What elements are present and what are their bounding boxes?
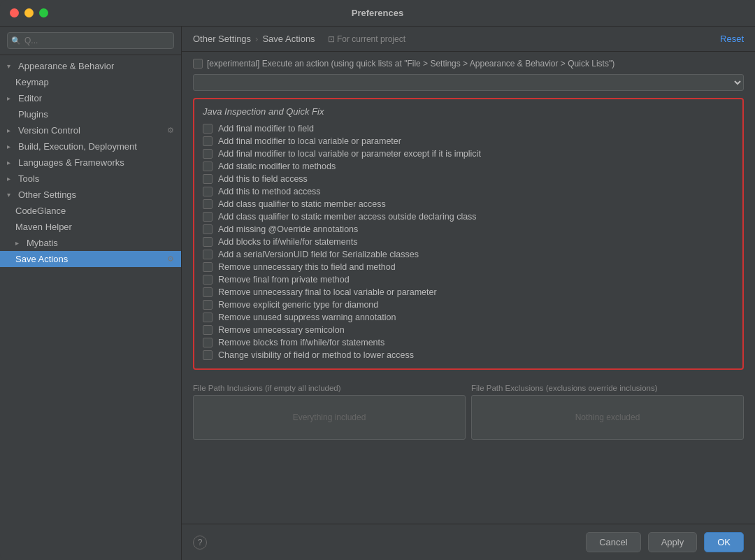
- window-controls: [10, 8, 48, 17]
- inspection-item-8: Add missing @Override annotations: [203, 223, 734, 236]
- maximize-button[interactable]: [39, 8, 48, 17]
- chevron-down-icon: ▾: [7, 191, 15, 199]
- help-button[interactable]: ?: [193, 536, 207, 550]
- item-label-16: Remove unnecessary semicolon: [218, 325, 345, 335]
- item-checkbox-0[interactable]: [203, 124, 213, 134]
- item-checkbox-17[interactable]: [203, 338, 213, 347]
- bottom-right: Cancel Apply OK: [586, 532, 744, 552]
- chevron-right-icon: ▸: [7, 143, 15, 150]
- sidebar-item-mavenhelper[interactable]: Maven Helper: [0, 219, 181, 235]
- close-button[interactable]: [10, 8, 19, 17]
- chevron-right-icon: ▸: [7, 159, 15, 166]
- inspection-item-17: Remove blocks from if/while/for statemen…: [203, 336, 734, 349]
- item-label-17: Remove blocks from if/while/for statemen…: [218, 338, 384, 347]
- item-checkbox-18[interactable]: [203, 350, 213, 360]
- chevron-right-icon: ▸: [7, 127, 15, 134]
- experimental-label: [experimental] Execute an action (using …: [207, 59, 614, 69]
- sidebar-item-plugins[interactable]: Plugins: [0, 106, 181, 122]
- search-wrapper: 🔍: [7, 32, 174, 49]
- item-checkbox-14[interactable]: [203, 300, 213, 310]
- for-project-label: ⊡ For current project: [328, 34, 405, 44]
- item-checkbox-11[interactable]: [203, 262, 213, 272]
- item-label-7: Add class qualifier to static member acc…: [218, 212, 477, 222]
- sidebar-item-label: Build, Execution, Deployment: [18, 141, 174, 152]
- search-box: 🔍: [0, 27, 181, 55]
- inspection-item-3: Add static modifier to methods: [203, 160, 734, 173]
- item-checkbox-12[interactable]: [203, 275, 213, 285]
- file-path-inclusions-col: File Path Inclusions (if empty all inclu…: [193, 384, 466, 440]
- sidebar-item-mybatis[interactable]: ▸ Mybatis: [0, 235, 181, 251]
- inspection-item-2: Add final modifier to local variable or …: [203, 148, 734, 160]
- minimize-button[interactable]: [24, 8, 34, 17]
- bottom-left: ?: [193, 536, 207, 550]
- sidebar-item-label: Other Settings: [18, 189, 174, 200]
- sidebar-item-build[interactable]: ▸ Build, Execution, Deployment: [0, 138, 181, 155]
- file-path-exclusions-label: File Path Exclusions (exclusions overrid…: [471, 384, 744, 392]
- search-input[interactable]: [7, 32, 174, 49]
- panel-body: [experimental] Execute an action (using …: [182, 52, 755, 524]
- window-title: Preferences: [352, 8, 403, 18]
- inspection-item-4: Add this to field access: [203, 173, 734, 185]
- sidebar-item-label: Plugins: [18, 109, 174, 120]
- sidebar-item-vcs[interactable]: ▸ Version Control ⚙: [0, 122, 181, 138]
- item-label-3: Add static modifier to methods: [218, 161, 336, 171]
- item-label-13: Remove unnecessary final to local variab…: [218, 287, 437, 297]
- sidebar-item-label: Mybatis: [27, 238, 174, 248]
- bottom-bar: ? Cancel Apply OK: [182, 524, 755, 560]
- item-checkbox-2[interactable]: [203, 149, 213, 159]
- inspection-item-11: Remove unnecessary this to field and met…: [203, 261, 734, 273]
- reset-button[interactable]: Reset: [720, 34, 744, 44]
- sidebar-item-appearance[interactable]: ▾ Appearance & Behavior: [0, 58, 181, 74]
- sidebar-item-editor[interactable]: ▸ Editor: [0, 90, 181, 106]
- file-path-inclusions-list[interactable]: Everything included: [193, 395, 466, 440]
- breadcrumb-separator: ›: [255, 34, 258, 44]
- cancel-button[interactable]: Cancel: [586, 532, 640, 552]
- experimental-row: [experimental] Execute an action (using …: [193, 59, 744, 69]
- sidebar-item-keymap[interactable]: Keymap: [0, 74, 181, 90]
- item-label-4: Add this to field access: [218, 174, 308, 184]
- apply-button[interactable]: Apply: [648, 532, 698, 552]
- sidebar-item-label: Editor: [18, 93, 174, 103]
- item-checkbox-13[interactable]: [203, 287, 213, 297]
- item-checkbox-6[interactable]: [203, 199, 213, 209]
- breadcrumb-root: Other Settings: [193, 34, 251, 44]
- item-checkbox-4[interactable]: [203, 174, 213, 184]
- item-checkbox-9[interactable]: [203, 237, 213, 247]
- item-checkbox-8[interactable]: [203, 224, 213, 234]
- quick-list-dropdown[interactable]: [193, 74, 744, 91]
- item-label-0: Add final modifier to field: [218, 124, 314, 134]
- file-path-exclusions-list[interactable]: Nothing excluded: [471, 395, 744, 440]
- item-label-12: Remove final from private method: [218, 275, 350, 285]
- item-checkbox-5[interactable]: [203, 187, 213, 196]
- item-checkbox-7[interactable]: [203, 212, 213, 222]
- title-bar: Preferences: [0, 0, 755, 27]
- sidebar-item-other[interactable]: ▾ Other Settings: [0, 187, 181, 203]
- ok-button[interactable]: OK: [704, 532, 744, 552]
- chevron-right-icon: ▸: [7, 175, 15, 182]
- inspection-item-1: Add final modifier to local variable or …: [203, 135, 734, 148]
- item-checkbox-10[interactable]: [203, 250, 213, 259]
- sidebar-item-tools[interactable]: ▸ Tools: [0, 171, 181, 187]
- item-label-5: Add this to method access: [218, 187, 321, 196]
- item-label-9: Add blocks to if/while/for statements: [218, 237, 357, 247]
- item-checkbox-15[interactable]: [203, 313, 213, 322]
- inspection-item-6: Add class qualifier to static member acc…: [203, 198, 734, 210]
- item-checkbox-3[interactable]: [203, 161, 213, 171]
- item-checkbox-16[interactable]: [203, 325, 213, 335]
- sidebar-item-codeglance[interactable]: CodeGlance: [0, 203, 181, 219]
- inspection-item-7: Add class qualifier to static member acc…: [203, 210, 734, 223]
- sidebar-item-label: Keymap: [15, 77, 174, 87]
- sidebar-item-languages[interactable]: ▸ Languages & Frameworks: [0, 155, 181, 171]
- experimental-checkbox[interactable]: [193, 59, 203, 69]
- chevron-down-icon: ▾: [7, 62, 15, 70]
- sidebar-item-label: Version Control: [18, 125, 164, 136]
- item-label-11: Remove unnecessary this to field and met…: [218, 262, 396, 272]
- file-path-section: File Path Inclusions (if empty all inclu…: [193, 378, 744, 443]
- main-content: 🔍 ▾ Appearance & Behavior Keymap ▸ Edito…: [0, 27, 755, 560]
- search-icon: 🔍: [11, 36, 21, 45]
- sidebar-item-saveactions[interactable]: Save Actions ⚙: [0, 251, 181, 267]
- inspection-box: Java Inspection and Quick Fix Add final …: [193, 98, 744, 370]
- item-label-10: Add a serialVersionUID field for Seriali…: [218, 250, 419, 259]
- item-checkbox-1[interactable]: [203, 136, 213, 146]
- file-path-exclusions-col: File Path Exclusions (exclusions overrid…: [471, 384, 744, 440]
